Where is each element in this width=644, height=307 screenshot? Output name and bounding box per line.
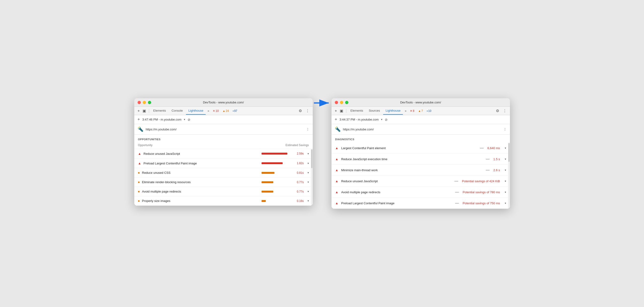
dash-0: — bbox=[480, 146, 484, 150]
toolbar-1: + 3:47:46 PM - m.youtube.com ▾ ⊘ bbox=[134, 115, 313, 124]
opp-label-0: Reduce unused JavaScript bbox=[144, 152, 259, 155]
expand-icon-4[interactable]: ▾ bbox=[308, 190, 309, 193]
warning-icon-1: ▲ bbox=[222, 109, 226, 113]
opp-icon-0: ▲ bbox=[138, 152, 141, 155]
lh-more-button-1[interactable]: ⋮ bbox=[306, 127, 310, 131]
badge-error-1: ✕ 10 bbox=[212, 109, 220, 113]
devtools-window-2: DevTools - www.youtube.com/ ⌖ ▣ Elements… bbox=[332, 98, 510, 209]
opp-label-3: Eliminate render-blocking resources bbox=[142, 180, 259, 184]
opp-saving-3: 0.77s bbox=[294, 181, 304, 184]
more-options-button-2[interactable]: ⋮ bbox=[502, 108, 508, 114]
badge-warning-2: ▲ 7 bbox=[417, 109, 424, 113]
diagnostics-list: ▲ Largest Contentful Paint element — 6,6… bbox=[332, 143, 510, 209]
maximize-button-2[interactable] bbox=[345, 101, 348, 104]
info-icon-1: ▪ bbox=[233, 109, 234, 113]
opp-icon-3: ■ bbox=[138, 181, 140, 184]
opp-saving-5: 0.16s bbox=[294, 199, 304, 203]
diag-label-0: Largest Contentful Paint element bbox=[341, 146, 476, 150]
diag-expand-2[interactable]: ▾ bbox=[505, 169, 506, 172]
tab-sources-2[interactable]: Sources bbox=[366, 107, 382, 115]
direction-arrow bbox=[313, 98, 332, 108]
tab-lighthouse-2[interactable]: Lighthouse bbox=[383, 107, 403, 115]
close-button-1[interactable] bbox=[138, 101, 141, 104]
settings-button-2[interactable]: ⚙ bbox=[495, 108, 500, 114]
opportunity-row-5[interactable]: ■ Properly size images 0.16s ▾ bbox=[134, 196, 313, 206]
diag-row-3[interactable]: ▲ Reduce unused JavaScript — Potential s… bbox=[332, 176, 510, 187]
scrollbar-track-2[interactable] bbox=[508, 143, 510, 209]
opp-saving-4: 0.77s bbox=[294, 190, 304, 193]
expand-icon-5[interactable]: ▾ bbox=[308, 199, 309, 202]
opp-bar-container-1 bbox=[262, 162, 290, 164]
opp-label-4: Avoid multiple page redirects bbox=[142, 190, 259, 193]
tab-lighthouse-1[interactable]: Lighthouse bbox=[186, 107, 206, 115]
diag-row-0[interactable]: ▲ Largest Contentful Paint element — 6,6… bbox=[332, 143, 510, 154]
cancel-icon-2[interactable]: ⊘ bbox=[385, 118, 388, 121]
diag-expand-4[interactable]: ▾ bbox=[505, 191, 506, 194]
opp-label-1: Preload Largest Contentful Paint image bbox=[144, 162, 259, 165]
opp-bar-2 bbox=[262, 172, 274, 174]
diag-row-1[interactable]: ▲ Reduce JavaScript execution time — 1.5… bbox=[332, 154, 510, 165]
tab-bar-right-1: ⚙ ⋮ bbox=[298, 108, 310, 114]
more-tabs-icon-2[interactable]: » bbox=[404, 107, 407, 114]
lh-url-2: https://m.youtube.com/ bbox=[343, 128, 501, 131]
expand-icon-0[interactable]: ▾ bbox=[308, 152, 309, 155]
tab-bar-right-2: ⚙ ⋮ bbox=[495, 108, 508, 114]
lh-more-button-2[interactable]: ⋮ bbox=[503, 127, 507, 131]
tab-bar-1: ⌖ ▣ Elements Console Lighthouse » ✕ 10 ▲… bbox=[134, 107, 313, 115]
diag-row-4[interactable]: ▲ Avoid multiple page redirects — Potent… bbox=[332, 187, 510, 198]
toolbar-url-1: 3:47:46 PM - m.youtube.com bbox=[142, 118, 182, 121]
diag-expand-3[interactable]: ▾ bbox=[505, 180, 506, 183]
opportunity-row-0[interactable]: ▲ Reduce unused JavaScript 2.59s ▾ bbox=[134, 149, 313, 159]
dash-4: — bbox=[455, 190, 459, 194]
diag-value-1: 1.5 s bbox=[493, 157, 500, 161]
maximize-button-1[interactable] bbox=[148, 101, 151, 104]
scrollbar-track-1[interactable] bbox=[311, 149, 313, 206]
diag-row-5[interactable]: ▲ Preload Largest Contentful Paint image… bbox=[332, 198, 510, 209]
tab-elements-2[interactable]: Elements bbox=[348, 107, 366, 115]
lighthouse-icon-2: 🔦 bbox=[335, 126, 341, 132]
diag-label-2: Minimize main-thread work bbox=[341, 168, 482, 172]
diag-row-2[interactable]: ▲ Minimize main-thread work — 2.6 s ▾ bbox=[332, 165, 510, 176]
opp-icon-5: ■ bbox=[138, 199, 140, 203]
expand-icon-3[interactable]: ▾ bbox=[308, 181, 309, 184]
opp-bar-1 bbox=[262, 162, 283, 164]
diag-label-5: Preload Largest Contentful Paint image bbox=[341, 202, 451, 205]
opportunity-row-1[interactable]: ▲ Preload Largest Contentful Paint image… bbox=[134, 159, 313, 168]
close-button-2[interactable] bbox=[335, 101, 338, 104]
settings-button-1[interactable]: ⚙ bbox=[298, 108, 303, 114]
opp-bar-container-4 bbox=[262, 191, 290, 193]
diag-value-5: Potential savings of 750 ms bbox=[463, 202, 500, 205]
expand-icon-1[interactable]: ▾ bbox=[308, 162, 309, 165]
add-tab-button-2[interactable]: + bbox=[335, 117, 338, 122]
url-dropdown-icon-2[interactable]: ▾ bbox=[381, 118, 382, 121]
devtools-window-1: DevTools - www.youtube.com/ ⌖ ▣ Elements… bbox=[134, 98, 313, 206]
section-header-1: OPPORTUNITIES bbox=[134, 135, 313, 143]
opportunity-row-4[interactable]: ■ Avoid multiple page redirects 0.77s ▾ bbox=[134, 187, 313, 196]
diag-expand-0[interactable]: ▾ bbox=[505, 147, 506, 150]
opp-bar-0 bbox=[262, 153, 287, 155]
opp-bar-container-5 bbox=[262, 200, 290, 202]
url-dropdown-icon-1[interactable]: ▾ bbox=[184, 118, 185, 121]
section-header-2: DIAGNOSTICS bbox=[332, 135, 510, 143]
scrollbar-thumb-2 bbox=[508, 143, 510, 162]
add-tab-button-1[interactable]: + bbox=[138, 117, 140, 122]
diag-icon-2: ▲ bbox=[335, 168, 338, 172]
cancel-icon-1[interactable]: ⊘ bbox=[188, 118, 190, 121]
window-title-2: DevTools - www.youtube.com/ bbox=[400, 101, 441, 104]
opportunity-row-3[interactable]: ■ Eliminate render-blocking resources 0.… bbox=[134, 178, 313, 187]
more-options-button-1[interactable]: ⋮ bbox=[305, 108, 310, 114]
expand-icon-2[interactable]: ▾ bbox=[308, 171, 309, 174]
diag-icon-0: ▲ bbox=[335, 146, 338, 150]
more-tabs-icon-1[interactable]: » bbox=[206, 107, 210, 114]
diag-expand-5[interactable]: ▾ bbox=[505, 202, 506, 205]
tab-elements-1[interactable]: Elements bbox=[151, 107, 168, 115]
tab-console-1[interactable]: Console bbox=[169, 107, 185, 115]
minimize-button-1[interactable] bbox=[143, 101, 146, 104]
badge-error-2: ✕ 8 bbox=[409, 109, 416, 113]
diag-expand-1[interactable]: ▾ bbox=[505, 158, 506, 161]
error-icon-1: ✕ bbox=[213, 109, 215, 113]
toolbar-2: + 3:44:37 PM - m.youtube.com ▾ ⊘ bbox=[332, 115, 510, 124]
minimize-button-2[interactable] bbox=[340, 101, 343, 104]
opportunity-row-2[interactable]: ■ Reduce unused CSS 0.81s ▾ bbox=[134, 168, 313, 178]
badge-warning-1: ▲ 24 bbox=[222, 109, 230, 113]
